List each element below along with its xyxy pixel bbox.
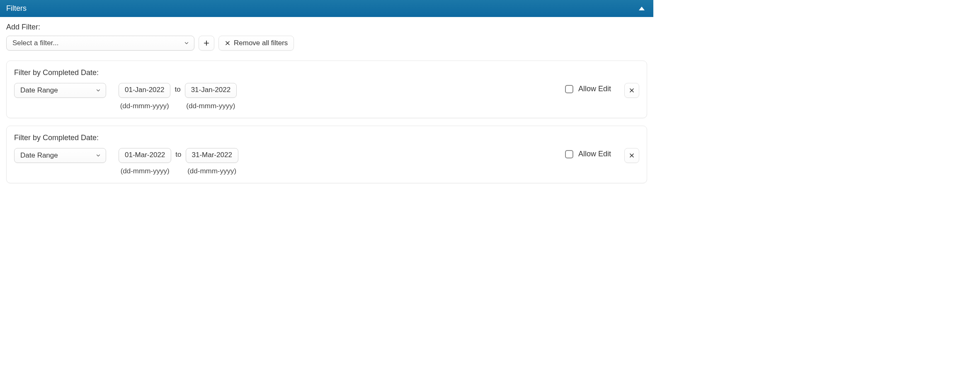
date-format-hint: (dd-mmm-yyyy): [121, 167, 170, 175]
close-icon: [629, 87, 635, 93]
add-filter-row: Select a filter... Remove all filters: [6, 36, 647, 51]
date-to-block: 31-Mar-2022 (dd-mmm-yyyy): [186, 148, 238, 175]
filters-panel-header[interactable]: Filters: [0, 0, 653, 17]
date-from-input[interactable]: 01-Jan-2022: [119, 83, 170, 98]
filter-row: Date Range 01-Jan-2022 (dd-mmm-yyyy) to …: [14, 83, 639, 110]
remove-all-filters-label: Remove all filters: [234, 39, 288, 47]
filters-panel-body: Add Filter: Select a filter... Remove al…: [0, 17, 653, 201]
filter-row: Date Range 01-Mar-2022 (dd-mmm-yyyy) to …: [14, 148, 639, 175]
filter-card: Filter by Completed Date: Date Range 01-…: [6, 126, 647, 183]
date-to-input[interactable]: 31-Mar-2022: [186, 148, 238, 163]
filter-type-value: Date Range: [20, 86, 58, 95]
allow-edit-group: Allow Edit: [565, 148, 611, 158]
date-to-block: 31-Jan-2022 (dd-mmm-yyyy): [185, 83, 237, 110]
date-from-block: 01-Mar-2022 (dd-mmm-yyyy): [119, 148, 171, 175]
allow-edit-checkbox[interactable]: [565, 85, 573, 93]
allow-edit-group: Allow Edit: [565, 83, 611, 93]
filter-card: Filter by Completed Date: Date Range 01-…: [6, 61, 647, 118]
collapse-triangle-icon: [639, 7, 645, 10]
remove-all-filters-button[interactable]: Remove all filters: [218, 36, 294, 51]
allow-edit-checkbox[interactable]: [565, 150, 573, 158]
allow-edit-label[interactable]: Allow Edit: [578, 85, 611, 93]
filter-select[interactable]: Select a filter...: [6, 36, 194, 51]
remove-filter-button[interactable]: [624, 148, 639, 163]
close-icon: [225, 40, 230, 46]
panel-title: Filters: [6, 4, 27, 13]
filter-title: Filter by Completed Date:: [14, 134, 639, 142]
add-filter-button[interactable]: [199, 36, 214, 51]
date-from-input[interactable]: 01-Mar-2022: [119, 148, 171, 163]
add-filter-label: Add Filter:: [6, 23, 647, 32]
plus-icon: [203, 40, 210, 46]
filter-type-value: Date Range: [20, 151, 58, 160]
close-icon: [629, 153, 635, 158]
filter-select-value: Select a filter...: [12, 39, 59, 47]
date-from-block: 01-Jan-2022 (dd-mmm-yyyy): [119, 83, 170, 110]
remove-filter-button[interactable]: [624, 83, 639, 98]
filter-type-select[interactable]: Date Range: [14, 148, 106, 163]
date-range-to-label: to: [170, 83, 184, 94]
filter-title: Filter by Completed Date:: [14, 68, 639, 77]
date-range-to-label: to: [171, 148, 185, 159]
date-format-hint: (dd-mmm-yyyy): [120, 102, 169, 110]
date-to-input[interactable]: 31-Jan-2022: [185, 83, 237, 98]
filter-type-select[interactable]: Date Range: [14, 83, 106, 98]
date-format-hint: (dd-mmm-yyyy): [186, 102, 235, 110]
date-format-hint: (dd-mmm-yyyy): [187, 167, 236, 175]
allow-edit-label[interactable]: Allow Edit: [578, 150, 611, 158]
